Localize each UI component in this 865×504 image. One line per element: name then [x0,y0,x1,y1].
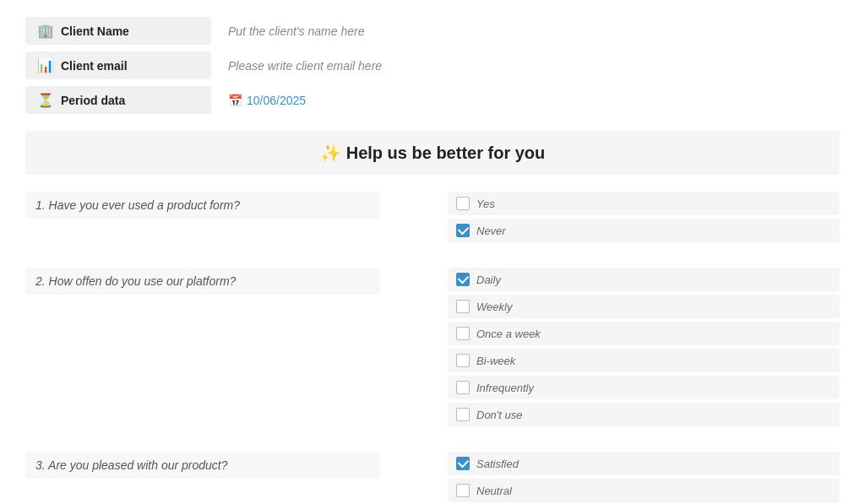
client-email-label-text: Client email [61,59,128,73]
options-list-3: SatisfiedNeutralDissatisfied [448,452,840,504]
option-label-3-2: Neutral [476,485,512,497]
survey-header: ✨Help us be better for you [25,131,840,175]
client-period-value: 📅 10/06/2025 [228,94,306,107]
checkbox-2-2[interactable] [456,300,470,313]
checkbox-2-5[interactable] [456,381,470,394]
client-name-value: Put the client's name here [228,24,364,38]
client-name-icon: 🏢 [37,23,54,39]
client-name-row: 🏢 Client Name Put the client's name here [25,17,840,45]
checkbox-3-2[interactable] [456,484,470,497]
question-row-3: 3. Are you pleased with our product?Sati… [25,452,840,504]
checkbox-2-6[interactable] [456,408,470,421]
option-item-2-2[interactable]: Weekly [448,295,840,318]
option-label-2-2: Weekly [476,301,512,313]
checkbox-1-2[interactable] [456,224,470,237]
survey-header-title: Help us be better for you [346,144,546,162]
option-item-2-3[interactable]: Once a week [448,322,840,345]
client-info-section: 🏢 Client Name Put the client's name here… [25,17,840,114]
survey-question-3: 3. Are you pleased with our product?Sati… [25,452,840,504]
survey-container: 1. Have you ever used a product form?Yes… [25,192,840,504]
option-item-1-1[interactable]: Yes [448,192,840,215]
question-text-2: 2. How offen do you use our platform? [25,268,380,295]
client-period-label: ⏳ Period data [25,86,211,114]
option-item-3-2[interactable]: Neutral [448,479,840,502]
client-email-value: Please write client email here [228,59,382,73]
client-period-label-text: Period data [61,94,125,107]
option-label-2-1: Daily [476,274,501,286]
calendar-icon: 📅 [228,94,242,107]
checkbox-1-1[interactable] [456,197,470,210]
option-label-1-2: Never [476,225,506,237]
client-email-row: 📊 Client email Please write client email… [25,51,840,79]
option-item-2-4[interactable]: Bi-week [448,349,840,372]
checkbox-2-4[interactable] [456,354,470,367]
client-period-row: ⏳ Period data 📅 10/06/2025 [25,86,840,114]
checkbox-2-1[interactable] [456,273,470,286]
client-period-icon: ⏳ [37,92,54,108]
question-text-3: 3. Are you pleased with our product? [25,452,380,479]
checkbox-2-3[interactable] [456,327,470,340]
option-label-3-1: Satisfied [476,458,519,470]
option-label-2-5: Infrequently [476,382,534,394]
option-item-2-5[interactable]: Infrequently [448,376,840,399]
options-list-1: YesNever [448,192,840,242]
question-row-2: 2. How offen do you use our platform?Dai… [25,268,840,426]
option-item-3-1[interactable]: Satisfied [448,452,840,475]
checkbox-3-1[interactable] [456,457,470,470]
client-email-icon: 📊 [37,57,54,73]
option-label-2-4: Bi-week [476,355,515,367]
client-name-label: 🏢 Client Name [25,17,211,45]
options-list-2: DailyWeeklyOnce a weekBi-weekInfrequentl… [448,268,840,426]
option-item-1-2[interactable]: Never [448,219,840,242]
survey-question-1: 1. Have you ever used a product form?Yes… [25,192,840,259]
option-label-1-1: Yes [476,198,495,210]
option-label-2-6: Don't use [476,409,523,421]
option-item-2-1[interactable]: Daily [448,268,840,291]
survey-question-2: 2. How offen do you use our platform?Dai… [25,268,840,443]
question-text-1: 1. Have you ever used a product form? [25,192,380,219]
option-label-2-3: Once a week [476,328,541,340]
question-row-1: 1. Have you ever used a product form?Yes… [25,192,840,242]
sparkle-icon: ✨ [320,144,341,162]
client-email-label: 📊 Client email [25,51,211,79]
client-name-label-text: Client Name [61,24,129,38]
option-item-2-6[interactable]: Don't use [448,403,840,426]
